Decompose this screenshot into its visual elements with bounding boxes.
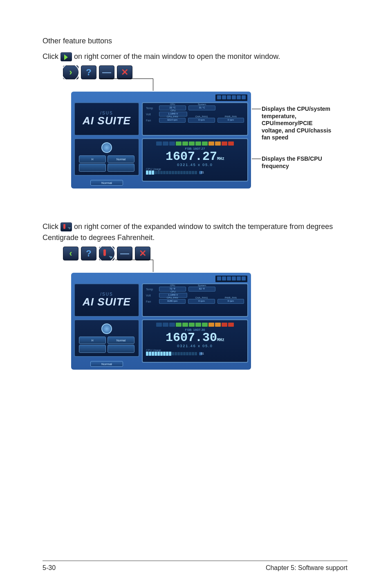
collapse-button[interactable]: ‹ xyxy=(63,247,78,260)
usage-pct: 21 xyxy=(199,171,202,174)
minimize-button[interactable]: — xyxy=(99,65,114,79)
cpu-usage-bar: 21 xyxy=(146,171,244,175)
ai-suite-panel-1: /SUS AI SUITE HNormal Normal Temp CPU22 … xyxy=(71,92,251,189)
mode-badge-icon[interactable] xyxy=(101,323,112,334)
row-label: Volt xyxy=(146,113,157,116)
progress-dots xyxy=(146,141,244,146)
pwr-fan-value: PWR_FAN0 rpm xyxy=(217,299,244,304)
window-controls[interactable] xyxy=(215,94,247,101)
mode-chip[interactable]: Normal xyxy=(108,155,134,163)
callout-frequency: Displays the FSB/CPU frequency xyxy=(262,155,339,170)
connector-line xyxy=(71,79,347,92)
temperature-toggle-button[interactable] xyxy=(99,247,114,260)
chip[interactable]: H xyxy=(79,155,106,163)
cha-fan-value: CHA_FAN10 rpm xyxy=(188,118,215,123)
sensors-panel: Temp CPU72 °F System82 °F Volt CPU1.1840… xyxy=(142,283,248,317)
logo-block: /SUS AI SUITE xyxy=(74,283,139,317)
row-label: Temp xyxy=(146,288,157,291)
chip[interactable]: H xyxy=(79,337,106,344)
progress-dots xyxy=(146,323,244,327)
row-label: Fan xyxy=(146,119,157,122)
help-button[interactable]: ? xyxy=(81,247,96,260)
temperature-toggle-icon xyxy=(61,222,72,231)
toolbar-2: ‹ ? — ✕ xyxy=(63,247,347,260)
callout-sensors: Displays the CPU/system temperature, CPU… xyxy=(262,105,335,141)
instruction-2: Click on right corner of the expanded wi… xyxy=(43,221,347,243)
logo-block: /SUS AI SUITE xyxy=(74,102,139,136)
usage-pct: 61 xyxy=(199,352,202,355)
pwr-fan-value: PWR_FAN0 rpm xyxy=(217,118,244,123)
control-block: HNormal xyxy=(74,138,139,176)
help-button[interactable]: ? xyxy=(81,65,96,79)
page-number: 5-30 xyxy=(43,564,56,572)
multiplier-line: 0321.45 x 05.0 xyxy=(146,163,244,167)
sys-temp-value: System82 °F xyxy=(188,287,215,292)
cpu-fan-value: CPU_FAN3189 rpm xyxy=(159,299,186,304)
ai-suite-panel-2: /SUS AI SUITE HNormal Normal Temp CPU72 … xyxy=(71,273,251,370)
text: Click xyxy=(43,52,61,61)
close-button[interactable]: ✕ xyxy=(117,65,132,79)
cpu-usage-bar: 61 xyxy=(146,352,244,356)
control-block: HNormal xyxy=(74,319,139,357)
page-footer: 5-30 Chapter 5: Software support xyxy=(43,561,347,572)
mode-chip[interactable]: Normal xyxy=(108,337,134,344)
logo-text: AI SUITE xyxy=(83,296,131,308)
chapter-label: Chapter 5: Software support xyxy=(266,564,347,572)
cpu-fan-value: CPU_FAN3214 rpm xyxy=(159,118,186,123)
cpu-usage-label: CPU Usage xyxy=(146,168,244,171)
ctrl-button[interactable] xyxy=(79,164,106,172)
frequency-panel: FSB: 1607.27 1607.27MHz 0321.45 x 05.0 C… xyxy=(142,138,248,182)
status-pill: Normal xyxy=(90,180,123,186)
toolbar-1: › ? — ✕ xyxy=(63,65,347,79)
connector-line xyxy=(71,260,347,273)
cpu-usage-label: CPU Usage xyxy=(146,349,244,352)
multiplier-line: 0321.46 x 05.0 xyxy=(146,344,244,348)
ctrl-button[interactable] xyxy=(79,345,106,353)
highlight-circle xyxy=(61,63,79,81)
section-heading: Other feature buttons xyxy=(43,37,347,45)
ctrl-button[interactable] xyxy=(108,345,134,353)
sensors-panel: Temp CPU22 °C System31 °C Volt CPU1.1840… xyxy=(142,102,248,136)
row-label: Temp xyxy=(146,107,157,110)
expand-arrow-icon xyxy=(61,52,72,61)
cha-fan-value: CHA_FAN10 rpm xyxy=(188,299,215,304)
logo-text: AI SUITE xyxy=(83,114,131,127)
ctrl-button[interactable] xyxy=(108,164,134,172)
sys-temp-value: System31 °C xyxy=(188,105,215,110)
highlight-circle xyxy=(97,245,115,263)
expand-button[interactable]: › xyxy=(63,65,78,79)
minimize-button[interactable]: — xyxy=(117,247,132,260)
frequency-panel: FSB: 1607.30 1607.30MHz 0321.46 x 05.0 C… xyxy=(142,319,248,363)
instruction-1: Click on right corner of the main window… xyxy=(43,51,347,62)
mode-badge-icon[interactable] xyxy=(101,142,112,153)
text: on right corner of the main window to op… xyxy=(74,52,280,61)
window-controls[interactable] xyxy=(215,276,247,282)
status-pill: Normal xyxy=(90,361,123,367)
cpu-frequency-value: 1607.27MHz xyxy=(146,150,244,163)
text: Click xyxy=(43,222,61,231)
cpu-frequency-value: 1607.30MHz xyxy=(146,332,244,344)
text: on right corner of the expanded window t… xyxy=(43,222,333,242)
row-label: Volt xyxy=(146,294,157,297)
close-button[interactable]: ✕ xyxy=(135,247,150,260)
row-label: Fan xyxy=(146,300,157,303)
